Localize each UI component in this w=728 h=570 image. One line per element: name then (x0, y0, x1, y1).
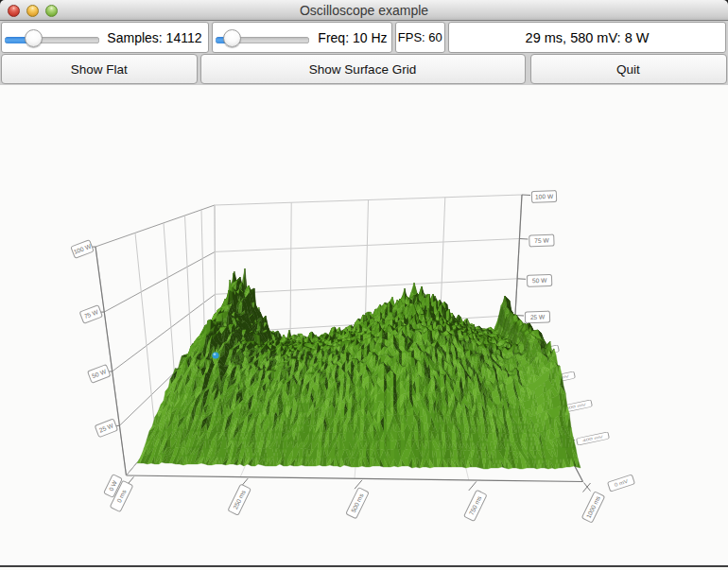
svg-text:75 W: 75 W (534, 236, 549, 244)
svg-text:50 W: 50 W (532, 277, 547, 285)
svg-text:100 W: 100 W (535, 193, 554, 200)
svg-text:25 W: 25 W (530, 313, 546, 320)
